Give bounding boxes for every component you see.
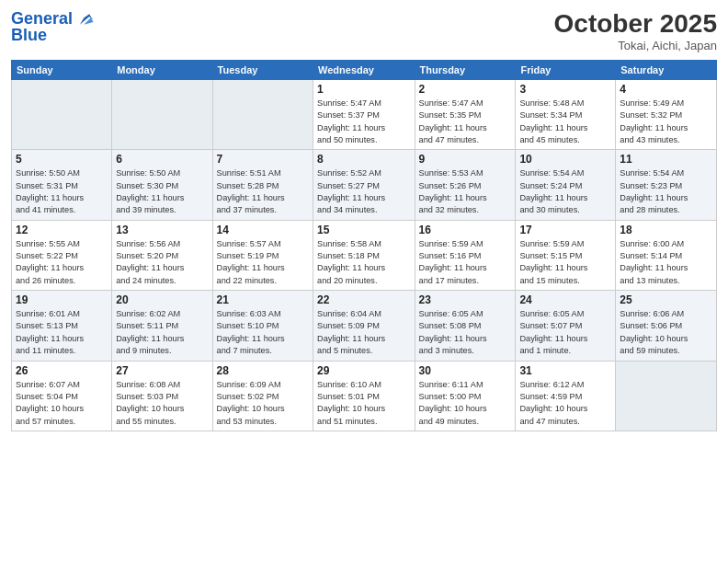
day-number: 13 xyxy=(116,224,208,236)
calendar-cell xyxy=(212,80,313,150)
day-info: Sunrise: 5:50 AM Sunset: 5:30 PM Dayligh… xyxy=(116,167,208,216)
day-info: Sunrise: 6:05 AM Sunset: 5:07 PM Dayligh… xyxy=(519,308,611,357)
calendar-cell: 12Sunrise: 5:55 AM Sunset: 5:22 PM Dayli… xyxy=(12,220,112,290)
calendar-cell: 1Sunrise: 5:47 AM Sunset: 5:37 PM Daylig… xyxy=(313,80,415,150)
day-number: 10 xyxy=(519,153,611,166)
day-info: Sunrise: 5:55 AM Sunset: 5:22 PM Dayligh… xyxy=(16,238,108,287)
day-info: Sunrise: 5:54 AM Sunset: 5:24 PM Dayligh… xyxy=(519,167,611,216)
calendar-cell xyxy=(112,80,212,150)
calendar-cell: 20Sunrise: 6:02 AM Sunset: 5:11 PM Dayli… xyxy=(112,291,212,361)
day-number: 31 xyxy=(519,364,611,377)
day-info: Sunrise: 6:01 AM Sunset: 5:13 PM Dayligh… xyxy=(16,308,108,357)
day-number: 14 xyxy=(217,224,309,236)
calendar-cell xyxy=(12,80,112,150)
calendar-cell: 11Sunrise: 5:54 AM Sunset: 5:23 PM Dayli… xyxy=(616,150,717,220)
day-number: 18 xyxy=(620,224,712,236)
day-number: 1 xyxy=(317,83,411,96)
calendar-cell: 7Sunrise: 5:51 AM Sunset: 5:28 PM Daylig… xyxy=(212,150,313,220)
day-number: 21 xyxy=(217,293,309,306)
day-number: 22 xyxy=(317,293,411,306)
day-info: Sunrise: 5:51 AM Sunset: 5:28 PM Dayligh… xyxy=(217,167,309,216)
calendar-cell: 5Sunrise: 5:50 AM Sunset: 5:31 PM Daylig… xyxy=(12,150,112,220)
calendar-cell: 16Sunrise: 5:59 AM Sunset: 5:16 PM Dayli… xyxy=(415,220,516,290)
calendar-cell: 9Sunrise: 5:53 AM Sunset: 5:26 PM Daylig… xyxy=(415,150,516,220)
day-number: 4 xyxy=(620,83,712,96)
weekday-header-friday: Friday xyxy=(516,61,616,80)
day-number: 27 xyxy=(116,364,208,377)
day-info: Sunrise: 6:03 AM Sunset: 5:10 PM Dayligh… xyxy=(217,308,309,357)
day-info: Sunrise: 6:05 AM Sunset: 5:08 PM Dayligh… xyxy=(419,308,512,357)
weekday-header-tuesday: Tuesday xyxy=(212,61,313,80)
calendar-cell: 15Sunrise: 5:58 AM Sunset: 5:18 PM Dayli… xyxy=(313,220,415,290)
day-info: Sunrise: 6:06 AM Sunset: 5:06 PM Dayligh… xyxy=(620,308,712,357)
day-info: Sunrise: 6:02 AM Sunset: 5:11 PM Dayligh… xyxy=(116,308,208,357)
calendar-cell: 3Sunrise: 5:48 AM Sunset: 5:34 PM Daylig… xyxy=(516,80,616,150)
day-number: 15 xyxy=(317,224,411,236)
day-number: 9 xyxy=(419,153,512,166)
day-number: 29 xyxy=(317,364,411,377)
day-number: 11 xyxy=(620,153,712,166)
calendar-cell: 26Sunrise: 6:07 AM Sunset: 5:04 PM Dayli… xyxy=(12,361,112,431)
day-number: 24 xyxy=(519,293,611,306)
day-number: 12 xyxy=(16,224,108,236)
calendar-cell: 22Sunrise: 6:04 AM Sunset: 5:09 PM Dayli… xyxy=(313,291,415,361)
day-info: Sunrise: 5:59 AM Sunset: 5:16 PM Dayligh… xyxy=(419,238,512,287)
calendar-cell: 23Sunrise: 6:05 AM Sunset: 5:08 PM Dayli… xyxy=(415,291,516,361)
calendar-cell: 4Sunrise: 5:49 AM Sunset: 5:32 PM Daylig… xyxy=(616,80,717,150)
day-number: 26 xyxy=(16,364,108,377)
day-info: Sunrise: 5:53 AM Sunset: 5:26 PM Dayligh… xyxy=(419,167,512,216)
day-info: Sunrise: 6:00 AM Sunset: 5:14 PM Dayligh… xyxy=(620,238,712,287)
weekday-header-monday: Monday xyxy=(112,61,212,80)
day-number: 17 xyxy=(519,224,611,236)
month-title: October 2025 xyxy=(554,9,717,39)
day-number: 2 xyxy=(419,83,512,96)
day-number: 25 xyxy=(620,293,712,306)
day-info: Sunrise: 5:49 AM Sunset: 5:32 PM Dayligh… xyxy=(620,98,712,146)
calendar-cell: 25Sunrise: 6:06 AM Sunset: 5:06 PM Dayli… xyxy=(616,291,717,361)
day-info: Sunrise: 6:10 AM Sunset: 5:01 PM Dayligh… xyxy=(317,379,411,428)
calendar: SundayMondayTuesdayWednesdayThursdayFrid… xyxy=(11,60,717,431)
day-info: Sunrise: 6:12 AM Sunset: 4:59 PM Dayligh… xyxy=(519,379,611,428)
day-number: 19 xyxy=(16,293,108,306)
calendar-cell: 13Sunrise: 5:56 AM Sunset: 5:20 PM Dayli… xyxy=(112,220,212,290)
day-info: Sunrise: 6:07 AM Sunset: 5:04 PM Dayligh… xyxy=(16,379,108,428)
calendar-cell: 29Sunrise: 6:10 AM Sunset: 5:01 PM Dayli… xyxy=(313,361,415,431)
day-number: 5 xyxy=(16,153,108,166)
calendar-cell: 14Sunrise: 5:57 AM Sunset: 5:19 PM Dayli… xyxy=(212,220,313,290)
logo: General Blue xyxy=(11,9,95,45)
day-info: Sunrise: 5:54 AM Sunset: 5:23 PM Dayligh… xyxy=(620,167,712,216)
title-block: October 2025 Tokai, Aichi, Japan xyxy=(554,9,717,52)
day-info: Sunrise: 5:50 AM Sunset: 5:31 PM Dayligh… xyxy=(16,167,108,216)
weekday-header-saturday: Saturday xyxy=(616,61,717,80)
day-info: Sunrise: 5:47 AM Sunset: 5:37 PM Dayligh… xyxy=(317,98,411,146)
calendar-cell: 19Sunrise: 6:01 AM Sunset: 5:13 PM Dayli… xyxy=(12,291,112,361)
weekday-header-thursday: Thursday xyxy=(415,61,516,80)
location-title: Tokai, Aichi, Japan xyxy=(554,39,717,52)
calendar-cell: 28Sunrise: 6:09 AM Sunset: 5:02 PM Dayli… xyxy=(212,361,313,431)
calendar-cell: 6Sunrise: 5:50 AM Sunset: 5:30 PM Daylig… xyxy=(112,150,212,220)
day-info: Sunrise: 5:58 AM Sunset: 5:18 PM Dayligh… xyxy=(317,238,411,287)
day-info: Sunrise: 5:47 AM Sunset: 5:35 PM Dayligh… xyxy=(419,98,512,146)
calendar-cell: 30Sunrise: 6:11 AM Sunset: 5:00 PM Dayli… xyxy=(415,361,516,431)
weekday-header-wednesday: Wednesday xyxy=(313,61,415,80)
day-number: 7 xyxy=(217,153,309,166)
day-number: 30 xyxy=(419,364,512,377)
day-info: Sunrise: 5:48 AM Sunset: 5:34 PM Dayligh… xyxy=(519,98,611,146)
calendar-cell: 24Sunrise: 6:05 AM Sunset: 5:07 PM Dayli… xyxy=(516,291,616,361)
day-number: 23 xyxy=(419,293,512,306)
day-number: 16 xyxy=(419,224,512,236)
calendar-cell: 21Sunrise: 6:03 AM Sunset: 5:10 PM Dayli… xyxy=(212,291,313,361)
day-number: 28 xyxy=(217,364,309,377)
calendar-cell xyxy=(616,361,717,431)
day-info: Sunrise: 6:09 AM Sunset: 5:02 PM Dayligh… xyxy=(217,379,309,428)
calendar-cell: 31Sunrise: 6:12 AM Sunset: 4:59 PM Dayli… xyxy=(516,361,616,431)
day-info: Sunrise: 5:59 AM Sunset: 5:15 PM Dayligh… xyxy=(519,238,611,287)
calendar-cell: 2Sunrise: 5:47 AM Sunset: 5:35 PM Daylig… xyxy=(415,80,516,150)
logo-icon xyxy=(74,9,95,29)
day-info: Sunrise: 6:08 AM Sunset: 5:03 PM Dayligh… xyxy=(116,379,208,428)
calendar-cell: 10Sunrise: 5:54 AM Sunset: 5:24 PM Dayli… xyxy=(516,150,616,220)
calendar-cell: 27Sunrise: 6:08 AM Sunset: 5:03 PM Dayli… xyxy=(112,361,212,431)
day-info: Sunrise: 6:11 AM Sunset: 5:00 PM Dayligh… xyxy=(419,379,512,428)
calendar-cell: 8Sunrise: 5:52 AM Sunset: 5:27 PM Daylig… xyxy=(313,150,415,220)
day-info: Sunrise: 5:56 AM Sunset: 5:20 PM Dayligh… xyxy=(116,238,208,287)
